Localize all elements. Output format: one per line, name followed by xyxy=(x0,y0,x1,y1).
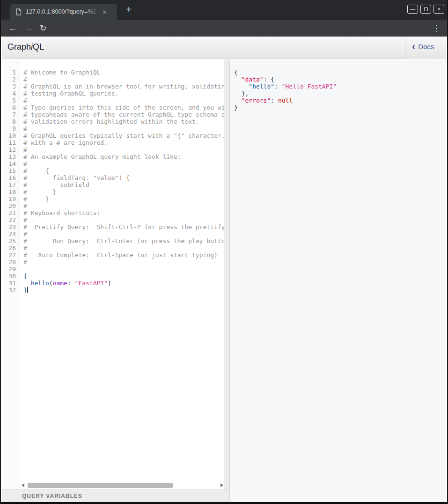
browser-titlebar: 127.0.0.1:8000/?query=%2 × + — × xyxy=(1,0,447,20)
result-code-line: "errors": null xyxy=(234,97,446,104)
query-code-line: # Type queries into this side of the scr… xyxy=(23,104,225,111)
graphiql-workspace: 1234567891011121314151617181920212223242… xyxy=(2,59,446,502)
line-number: 3 xyxy=(2,83,20,90)
query-code-line: { xyxy=(23,273,225,280)
line-number: 19 xyxy=(2,195,20,202)
query-code-line: # xyxy=(23,125,225,132)
result-code-line: "data": { xyxy=(234,76,446,83)
reload-button[interactable]: ↻ xyxy=(37,20,49,37)
line-number: 22 xyxy=(2,216,20,223)
docs-region: ‹ Docs xyxy=(405,37,446,59)
query-code-line: # Run Query: Ctrl-Enter (or press the pl… xyxy=(23,237,225,245)
line-number: 16 xyxy=(2,174,20,181)
query-code-line: # with a # are ignored. xyxy=(23,139,225,146)
text-cursor xyxy=(27,287,28,293)
query-code-line: # xyxy=(23,245,225,252)
line-number: 14 xyxy=(2,160,20,167)
graphiql-logo: GraphiQL xyxy=(7,42,44,52)
browser-menu-icon[interactable]: ⋮ xyxy=(433,20,441,37)
query-code-line: # xyxy=(23,259,225,266)
result-code-line: }, xyxy=(234,90,446,97)
line-number: 5 xyxy=(2,97,20,104)
back-button[interactable]: ← xyxy=(7,20,19,37)
tab-close-button[interactable]: × xyxy=(103,8,107,15)
scroll-right-arrow-icon[interactable] xyxy=(220,483,223,487)
query-code-line: # } xyxy=(23,195,225,202)
line-number: 11 xyxy=(2,139,20,146)
maximize-button[interactable] xyxy=(420,5,431,14)
query-code-line: # typeaheads aware of the current GraphQ… xyxy=(23,111,225,118)
query-editor[interactable]: # Welcome to GraphiQL## GraphiQL is an i… xyxy=(21,59,225,490)
line-number: 17 xyxy=(2,181,20,188)
line-number: 32 xyxy=(2,287,20,294)
line-number: 20 xyxy=(2,202,20,209)
query-code-line: # xyxy=(23,216,225,223)
window-bottom-border xyxy=(1,502,447,504)
horizontal-scrollbar-thumb[interactable] xyxy=(28,483,173,488)
line-number: 29 xyxy=(2,266,20,273)
result-viewer: { "data": { "hello": "Hello FastAPI" }, … xyxy=(234,59,446,111)
result-code-line: "hello": "Hello FastAPI" xyxy=(234,83,446,90)
line-number: 4 xyxy=(2,90,20,97)
tab-title-fade xyxy=(87,8,99,15)
result-code-line: { xyxy=(234,69,446,76)
browser-toolbar: ← → ↻ ⓘ 127.0.0.1:8000/?query=%23%20Welc… xyxy=(1,20,447,37)
new-tab-button[interactable]: + xyxy=(124,5,134,15)
editor-scrollbar-track[interactable] xyxy=(224,59,229,489)
docs-button[interactable]: ‹ Docs xyxy=(412,43,434,51)
query-code-line xyxy=(23,266,225,273)
query-code-line: # GraphiQL is an in-browser tool for wri… xyxy=(23,83,225,90)
query-code-line: # GraphQL queries typically start with a… xyxy=(23,132,225,139)
line-number: 31 xyxy=(2,280,20,287)
result-pane: ▾ { "data": { "hello": "Hello FastAPI" }… xyxy=(230,59,446,502)
line-number: 9 xyxy=(2,125,20,132)
line-number: 1 xyxy=(2,69,20,76)
logo-text-2: QL xyxy=(33,42,44,52)
scroll-left-arrow-icon[interactable] xyxy=(22,483,24,487)
line-number: 18 xyxy=(2,188,20,195)
query-code-line: # xyxy=(23,160,225,167)
line-number: 7 xyxy=(2,111,20,118)
query-code-line: hello(name: "FastAPI") xyxy=(23,280,225,287)
query-variables-bar[interactable]: QUERY VARIABLES xyxy=(2,489,229,502)
forward-button[interactable]: → xyxy=(22,20,35,37)
browser-window: 127.0.0.1:8000/?query=%2 × + — × ← → ↻ ⓘ… xyxy=(0,0,448,504)
maximize-icon xyxy=(424,7,428,11)
query-code-line: # validation errors highlighted within t… xyxy=(23,118,225,125)
query-code-line: # testing GraphQL queries. xyxy=(23,90,225,97)
line-number: 10 xyxy=(2,132,20,139)
window-controls: — × xyxy=(407,5,444,14)
line-number: 2 xyxy=(2,76,20,83)
line-number: 27 xyxy=(2,252,20,259)
chevron-left-icon: ‹ xyxy=(412,43,415,50)
query-code-line: # xyxy=(23,97,225,104)
close-button[interactable]: × xyxy=(433,5,444,14)
document-icon xyxy=(16,8,22,15)
query-code-line: # xyxy=(23,76,225,83)
line-number: 8 xyxy=(2,118,20,125)
line-number: 13 xyxy=(2,153,20,160)
query-code-line: # field(arg: "value") { xyxy=(23,174,225,181)
query-code-line: # } xyxy=(23,188,225,195)
query-code-line: # xyxy=(23,146,225,153)
logo-text: Graph xyxy=(7,42,31,52)
line-number-gutter: 1234567891011121314151617181920212223242… xyxy=(2,59,20,490)
result-code-line: } xyxy=(234,104,446,111)
line-number: 25 xyxy=(2,237,20,245)
line-number: 24 xyxy=(2,230,20,237)
query-code-line: # Auto Complete: Ctrl-Space (or just sta… xyxy=(23,252,225,259)
line-number: 12 xyxy=(2,146,20,153)
line-number: 30 xyxy=(2,273,20,280)
query-editor-pane: 1234567891011121314151617181920212223242… xyxy=(2,59,230,502)
minimize-button[interactable]: — xyxy=(407,5,418,14)
horizontal-scrollbar[interactable] xyxy=(21,482,224,489)
line-number: 6 xyxy=(2,104,20,111)
line-number: 21 xyxy=(2,209,20,216)
query-code-line: # Keyboard shortcuts: xyxy=(23,209,225,216)
query-code-line: # subField xyxy=(23,181,225,188)
browser-tab[interactable]: 127.0.0.1:8000/?query=%2 × xyxy=(10,4,117,20)
query-code-line: # Prettify Query: Shift-Ctrl-P (or press… xyxy=(23,223,225,230)
query-code-line: } xyxy=(23,287,225,294)
query-code-line: # xyxy=(23,230,225,237)
line-number: 15 xyxy=(2,167,20,174)
